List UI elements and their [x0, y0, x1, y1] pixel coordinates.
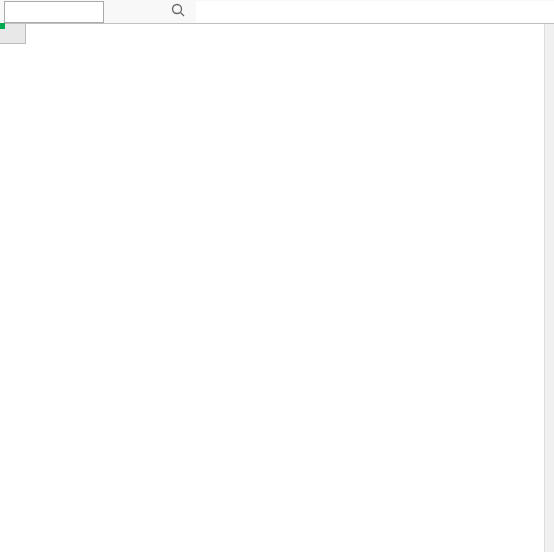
vertical-scrollbar[interactable] [544, 24, 554, 552]
name-box[interactable] [4, 1, 104, 23]
formula-bar [0, 0, 554, 24]
formula-input[interactable] [196, 1, 554, 23]
select-all-corner[interactable] [0, 24, 26, 44]
zoom-icon[interactable] [168, 3, 188, 20]
svg-point-0 [173, 5, 182, 14]
svg-line-1 [181, 13, 185, 17]
